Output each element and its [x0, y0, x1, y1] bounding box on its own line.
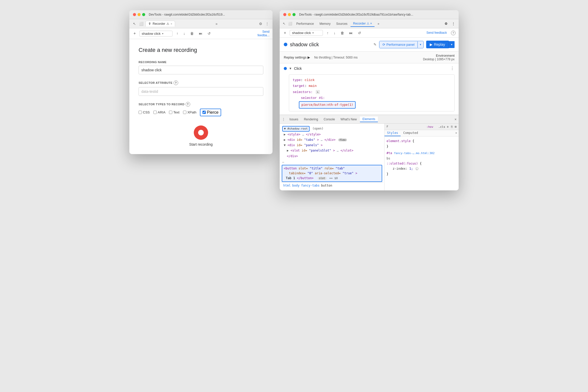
replay-dropdown-button[interactable]: ▾: [449, 41, 455, 48]
edit-recording-name-icon[interactable]: ✎: [374, 42, 377, 47]
recorder-tab-right[interactable]: Recorder ⚠ ×: [350, 21, 375, 27]
recorder-tab[interactable]: 🎙 Recorder ⚠ ×: [145, 21, 175, 27]
step-over-icon[interactable]: ⏭: [198, 31, 204, 36]
replay-settings-label[interactable]: Replay settings ▶: [284, 55, 310, 59]
perf-panel-main-btn[interactable]: ⟳ Performance panel: [379, 41, 418, 48]
more-options-icon[interactable]: ⋮: [264, 21, 270, 27]
issues-tab[interactable]: Issues: [287, 117, 301, 122]
styles-cls-button[interactable]: .cls: [438, 125, 445, 129]
div-panels-line[interactable]: ▼ <div id= "panels" >: [281, 143, 383, 148]
device-icon[interactable]: ⬜: [138, 21, 144, 27]
right-tab-overflow[interactable]: »: [375, 21, 382, 27]
close-button[interactable]: [133, 13, 136, 16]
step-more-icon[interactable]: ⋮: [450, 66, 455, 71]
minimize-button[interactable]: [138, 13, 141, 16]
bottom-panel-close-icon[interactable]: ×: [455, 117, 457, 121]
styles-filter-input[interactable]: F: [387, 125, 392, 129]
right-maximize-button[interactable]: [292, 13, 296, 16]
memory-tab[interactable]: Memory: [317, 21, 333, 27]
div-tabs-line[interactable]: ▶ <div id= "tabs" > … </div> flex: [281, 137, 383, 143]
right-cursor-icon[interactable]: ↖: [282, 21, 287, 27]
right-replay-icon[interactable]: ↺: [357, 30, 362, 36]
right-download-icon[interactable]: ↓: [332, 30, 337, 36]
perf-panel-dropdown-btn[interactable]: ▾: [417, 41, 423, 48]
styles-copy-icon[interactable]: ⎘: [451, 125, 453, 129]
console-tab[interactable]: Console: [321, 117, 337, 122]
upload-icon[interactable]: ↑: [175, 31, 179, 36]
xpath-checkbox[interactable]: [183, 111, 186, 114]
throttling-info: No throttling | Timeout: 5000 ms: [314, 56, 423, 59]
recording-name-input[interactable]: [139, 66, 263, 74]
right-help-icon[interactable]: ?: [451, 31, 456, 35]
styles-pseudo-button[interactable]: :hov: [426, 125, 433, 129]
cursor-icon[interactable]: ↖: [132, 21, 137, 27]
breadcrumb-html[interactable]: html: [283, 184, 291, 187]
shadow-root-line[interactable]: ▼ #shadow-root (open): [281, 126, 383, 132]
div-tabs-expand: ▶: [284, 138, 286, 142]
text-checkbox-item[interactable]: Text: [169, 110, 179, 114]
shadow-root-open: (open): [312, 127, 323, 130]
css-checkbox[interactable]: [139, 111, 142, 114]
download-icon[interactable]: ↓: [182, 31, 186, 36]
selector-attribute-help-icon[interactable]: ?: [174, 80, 178, 85]
styles-tab-more[interactable]: »: [454, 130, 459, 136]
styles-tab-computed[interactable]: Computed: [401, 130, 421, 136]
selector-types-help-icon[interactable]: ?: [186, 102, 190, 107]
whats-new-tab[interactable]: What's New: [338, 117, 359, 122]
breadcrumb-fancy-tabs[interactable]: fancy-tabs: [301, 184, 320, 187]
elements-tab[interactable]: Elements: [360, 117, 378, 122]
pierce-checkbox-item[interactable]: Pierce: [200, 109, 221, 116]
delete-icon[interactable]: 🗑: [189, 31, 195, 36]
styles-add-rule-button[interactable]: +: [447, 125, 449, 129]
xpath-checkbox-item[interactable]: XPath: [183, 110, 196, 114]
style-tag-line[interactable]: ▶ <style> … </style>: [281, 132, 383, 137]
pierce-checkbox[interactable]: [202, 111, 206, 114]
css-checkbox-item[interactable]: CSS: [139, 110, 150, 114]
right-delete-icon[interactable]: 🗑: [339, 30, 345, 36]
right-add-button[interactable]: +: [283, 30, 287, 36]
right-upload-icon[interactable]: ↑: [325, 30, 330, 36]
traffic-lights-left: [133, 13, 145, 16]
right-step-over-icon[interactable]: ⏭: [348, 30, 354, 36]
perf-panel-label: Performance panel: [387, 43, 415, 47]
right-send-feedback-link[interactable]: Send feedback: [426, 31, 447, 34]
replay-button-group: ▶ Replay ▾: [426, 41, 455, 48]
selector-attribute-input[interactable]: [139, 87, 263, 96]
performance-panel-button[interactable]: ⟳ Performance panel ▾: [379, 41, 424, 48]
send-feedback-link[interactable]: Send feedba...: [257, 30, 269, 37]
ta-rule-source[interactable]: fancy-tabs-….mo.html:302: [394, 152, 435, 155]
right-more-icon[interactable]: ⋮: [450, 21, 457, 27]
start-recording-button[interactable]: [194, 125, 208, 140]
tab-overflow-icon[interactable]: »: [214, 21, 219, 27]
breadcrumb-body[interactable]: body: [292, 184, 300, 187]
replay-main-button[interactable]: ▶ Replay: [426, 41, 449, 48]
rendering-tab[interactable]: Rendering: [301, 117, 321, 122]
selected-element-box[interactable]: <button slot= "title" role= "tab" tabind…: [282, 165, 382, 182]
step-expand-icon[interactable]: ▼: [289, 67, 292, 70]
breadcrumb-button[interactable]: button: [321, 184, 332, 187]
styles-tab-styles[interactable]: Styles: [385, 130, 401, 136]
slot-panels-line[interactable]: ▶ <slot id= "panelsSlot" > … </slot>: [281, 148, 383, 153]
settings-icon[interactable]: ⚙: [258, 21, 263, 27]
maximize-button[interactable]: [142, 13, 145, 16]
div-panels-expand: ▼: [284, 143, 286, 147]
text-checkbox[interactable]: [169, 111, 172, 114]
sources-tab[interactable]: Sources: [334, 21, 350, 27]
step-type-line: type: click: [293, 77, 451, 83]
selector-types-label: SELECTOR TYPES TO RECORD ?: [139, 102, 263, 107]
add-recording-button[interactable]: +: [132, 31, 137, 36]
z-index-info-icon[interactable]: i: [415, 167, 419, 170]
styles-layout-icon[interactable]: ⊞: [455, 125, 457, 129]
right-minimize-button[interactable]: [288, 13, 291, 16]
performance-tab[interactable]: Performance: [294, 21, 316, 27]
right-device-icon[interactable]: ⬜: [287, 21, 293, 27]
right-close-button[interactable]: [283, 13, 286, 16]
bottom-panel-menu-icon[interactable]: ⋮: [282, 117, 285, 121]
aria-checkbox-item[interactable]: ARIA: [153, 110, 165, 114]
right-recording-selector[interactable]: shadow click ▾: [290, 30, 323, 36]
recorder-tab-close[interactable]: ×: [171, 22, 172, 25]
right-settings-icon[interactable]: ⚙: [443, 21, 450, 27]
replay-icon[interactable]: ↺: [206, 31, 212, 36]
aria-checkbox[interactable]: [153, 111, 157, 114]
recording-selector[interactable]: shadow click ▾: [139, 31, 173, 37]
